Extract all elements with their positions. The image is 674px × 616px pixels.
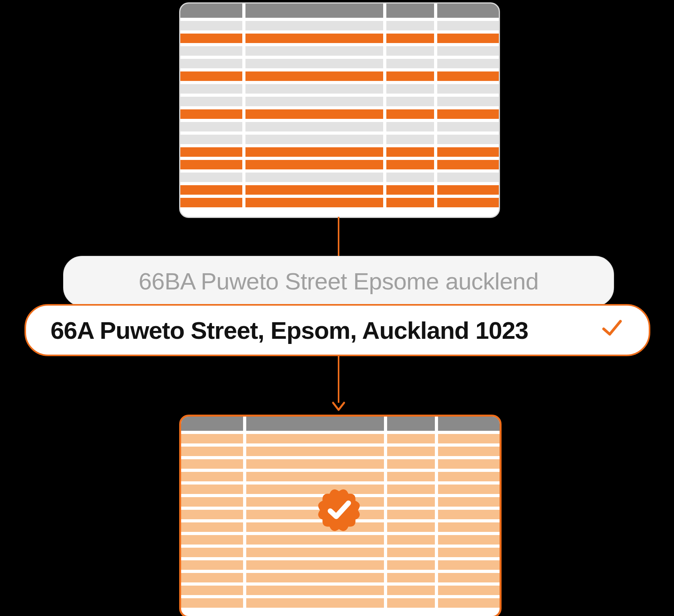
check-icon	[600, 315, 624, 345]
spreadsheet-row	[181, 434, 500, 443]
input-spreadsheet-rows	[180, 18, 499, 207]
clean-address-text: 66A Puweto Street, Epsom, Auckland 1023	[51, 316, 528, 344]
spreadsheet-row-highlighted	[180, 198, 499, 207]
spreadsheet-row	[181, 573, 500, 582]
spreadsheet-row	[181, 560, 500, 570]
spreadsheet-row-highlighted	[180, 71, 499, 81]
spreadsheet-row	[180, 97, 499, 106]
spreadsheet-row-highlighted	[180, 147, 499, 157]
clean-address-pill: 66A Puweto Street, Epsom, Auckland 1023	[24, 304, 650, 356]
spreadsheet-row	[180, 135, 499, 144]
connector-line	[338, 217, 339, 258]
spreadsheet-row	[180, 59, 499, 68]
spreadsheet-row	[181, 472, 500, 481]
spreadsheet-row-highlighted	[180, 34, 499, 43]
spreadsheet-row	[181, 598, 500, 608]
spreadsheet-row-highlighted	[180, 160, 499, 169]
spreadsheet-row-highlighted	[180, 185, 499, 195]
spreadsheet-row	[181, 586, 500, 595]
connector-line	[338, 355, 339, 403]
spreadsheet-row	[180, 173, 499, 182]
spreadsheet-header-row	[181, 417, 500, 431]
spreadsheet-row	[180, 122, 499, 131]
spreadsheet-row	[181, 447, 500, 456]
spreadsheet-row	[180, 84, 499, 94]
raw-address-pill: 66BA Puweto Street Epsome aucklend	[63, 256, 614, 306]
verified-badge-icon	[311, 483, 367, 538]
spreadsheet-row	[180, 21, 499, 30]
diagram-stage: 66BA Puweto Street Epsome aucklend 66A P…	[0, 0, 674, 616]
input-spreadsheet	[179, 2, 500, 218]
spreadsheet-row	[181, 459, 500, 469]
spreadsheet-row-highlighted	[180, 109, 499, 119]
spreadsheet-header-row	[180, 4, 499, 18]
spreadsheet-row	[180, 46, 499, 56]
raw-address-text: 66BA Puweto Street Epsome aucklend	[139, 268, 539, 295]
arrow-down-icon	[331, 399, 346, 415]
spreadsheet-row	[181, 548, 500, 557]
